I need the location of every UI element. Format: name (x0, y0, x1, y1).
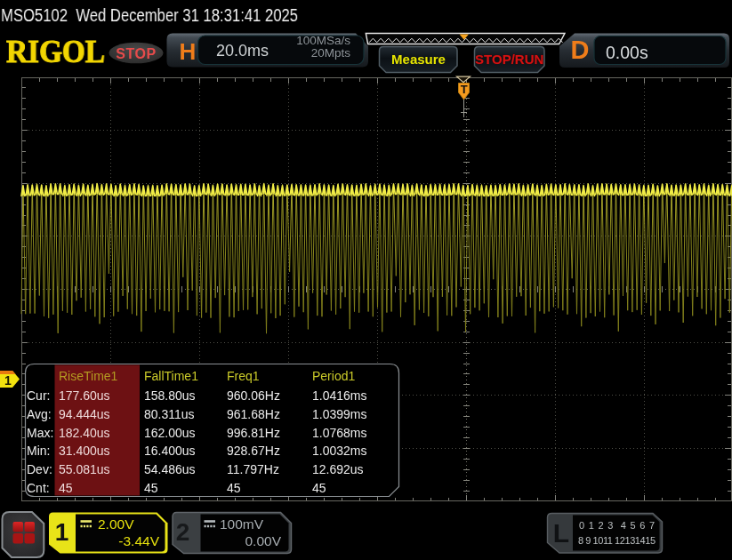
svg-text:20Mpts: 20Mpts (311, 46, 351, 60)
svg-text:H: H (180, 38, 197, 65)
svg-text:2.00V: 2.00V (98, 516, 134, 532)
svg-text:-3.44V: -3.44V (118, 533, 159, 548)
svg-text:T: T (461, 83, 468, 96)
svg-text:100MSa/s: 100MSa/s (296, 34, 350, 47)
svg-text:STOP: STOP (116, 46, 156, 61)
svg-text:0.00V: 0.00V (245, 533, 281, 548)
svg-text:0.00s: 0.00s (606, 43, 648, 62)
svg-text:2: 2 (176, 518, 190, 546)
svg-text:L: L (553, 518, 569, 548)
svg-text:D: D (571, 36, 590, 64)
svg-text:1: 1 (55, 518, 69, 546)
svg-text:8 9 1011 12131415: 8 9 1011 12131415 (578, 535, 656, 546)
svg-text:Measure: Measure (391, 52, 446, 67)
svg-text:STOP/RUN: STOP/RUN (475, 52, 543, 67)
svg-text:100mV: 100mV (220, 516, 264, 532)
svg-text:0 1 2 3 4 5 6 7: 0 1 2 3 4 5 6 7 (579, 520, 655, 531)
svg-text:20.0ms: 20.0ms (216, 42, 269, 60)
